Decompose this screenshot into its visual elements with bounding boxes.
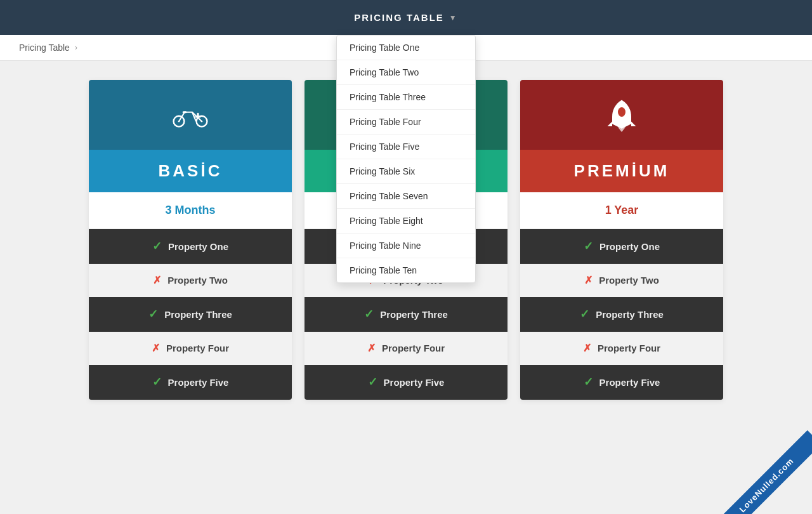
property-label-5: Property Five bbox=[168, 377, 229, 388]
breadcrumb-chevron-icon: › bbox=[75, 43, 77, 52]
check-icon: ✓ bbox=[580, 307, 589, 321]
basic-icon-area bbox=[89, 80, 292, 150]
property-label-4: Property Four bbox=[166, 343, 229, 353]
premium-property-row-1: ✓Property One bbox=[520, 229, 723, 264]
pricing-table-dropdown-trigger[interactable]: PRICING TABLE ▼ bbox=[344, 7, 468, 28]
dropdown-item-6[interactable]: Pricing Table Six bbox=[337, 159, 475, 184]
property-label-5: Property Five bbox=[384, 377, 445, 388]
property-label-4: Property Four bbox=[382, 343, 445, 353]
cross-icon: ✗ bbox=[152, 342, 160, 354]
check-icon: ✓ bbox=[152, 239, 162, 253]
svg-point-10 bbox=[618, 107, 625, 117]
dropdown-item-7[interactable]: Pricing Table Seven bbox=[337, 184, 475, 209]
check-icon: ✓ bbox=[584, 375, 593, 389]
check-icon: ✓ bbox=[364, 307, 374, 321]
basic-property-row-3: ✓Property Three bbox=[89, 297, 292, 332]
property-label-2: Property Two bbox=[599, 275, 659, 286]
standard-property-row-5: ✓Property Five bbox=[304, 365, 508, 400]
premium-title-area: PREMİUM bbox=[520, 150, 723, 192]
basic-property-row-2: ✗Property Two bbox=[89, 264, 292, 297]
pricing-card-basic: BASİC3 Months✓Property One✗Property Two✓… bbox=[89, 80, 292, 400]
premium-property-row-3: ✓Property Three bbox=[520, 297, 723, 332]
cross-icon: ✗ bbox=[367, 342, 376, 354]
check-icon: ✓ bbox=[584, 239, 593, 253]
dropdown-item-1[interactable]: Pricing Table One bbox=[337, 36, 475, 60]
dropdown-item-9[interactable]: Pricing Table Nine bbox=[337, 234, 475, 258]
navbar: PRICING TABLE ▼ Pricing Table OnePricing… bbox=[0, 0, 812, 35]
basic-property-row-1: ✓Property One bbox=[89, 229, 292, 264]
basic-property-row-5: ✓Property Five bbox=[89, 365, 292, 400]
dropdown-item-8[interactable]: Pricing Table Eight bbox=[337, 209, 475, 234]
dropdown-item-4[interactable]: Pricing Table Four bbox=[337, 110, 475, 135]
watermark-text: LoveNulled.com bbox=[711, 430, 812, 514]
cross-icon: ✗ bbox=[153, 274, 161, 286]
check-icon: ✓ bbox=[152, 375, 162, 389]
dropdown-item-10[interactable]: Pricing Table Ten bbox=[337, 258, 475, 282]
premium-property-row-5: ✓Property Five bbox=[520, 365, 723, 400]
premium-title: PREMİUM bbox=[520, 161, 723, 181]
premium-property-row-2: ✗Property Two bbox=[520, 264, 723, 297]
property-label-3: Property Three bbox=[164, 309, 232, 320]
navbar-brand-label: PRICING TABLE bbox=[354, 12, 444, 23]
basic-property-row-4: ✗Property Four bbox=[89, 332, 292, 365]
standard-property-row-3: ✓Property Three bbox=[304, 297, 508, 332]
dropdown-item-5[interactable]: Pricing Table Five bbox=[337, 135, 475, 159]
basic-title: BASİC bbox=[89, 161, 292, 181]
pricing-card-premium: PREMİUM1 Year✓Property One✗Property Two✓… bbox=[520, 80, 723, 400]
watermark: LoveNulled.com bbox=[710, 438, 812, 514]
property-label-4: Property Four bbox=[598, 343, 660, 353]
dropdown-arrow-icon: ▼ bbox=[449, 13, 458, 22]
check-icon: ✓ bbox=[148, 307, 158, 321]
basic-title-area: BASİC bbox=[89, 150, 292, 192]
breadcrumb-label: Pricing Table bbox=[19, 43, 70, 53]
property-label-5: Property Five bbox=[599, 377, 660, 388]
premium-property-row-4: ✗Property Four bbox=[520, 332, 723, 365]
basic-duration: 3 Months bbox=[89, 192, 292, 229]
standard-property-row-4: ✗Property Four bbox=[304, 332, 508, 365]
property-label-2: Property Two bbox=[167, 275, 228, 286]
property-label-3: Property Three bbox=[380, 309, 448, 320]
dropdown-item-3[interactable]: Pricing Table Three bbox=[337, 85, 475, 110]
property-label-1: Property One bbox=[599, 241, 660, 252]
property-label-3: Property Three bbox=[596, 309, 664, 320]
premium-duration: 1 Year bbox=[520, 192, 723, 229]
property-label-1: Property One bbox=[168, 241, 228, 252]
dropdown-item-2[interactable]: Pricing Table Two bbox=[337, 60, 475, 85]
dropdown-menu: Pricing Table OnePricing Table TwoPricin… bbox=[336, 35, 476, 283]
premium-icon-area bbox=[520, 80, 723, 150]
cross-icon: ✗ bbox=[584, 274, 593, 286]
check-icon: ✓ bbox=[368, 375, 377, 389]
cross-icon: ✗ bbox=[583, 342, 591, 354]
